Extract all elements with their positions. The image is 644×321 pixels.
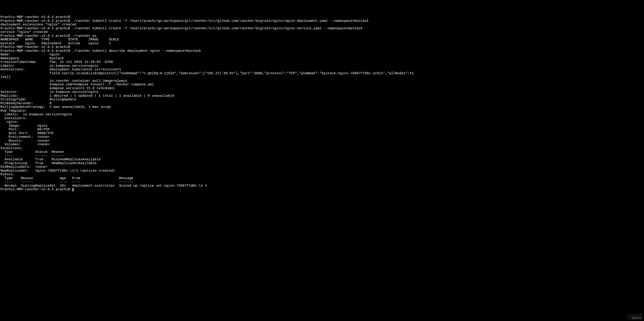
line: mystack nginx Deployment active nginx 1 [0,41,111,45]
line: Namespace: mystack [0,56,64,60]
line: service "nginx" created [0,30,48,34]
line: field.cattle.io/publicEndpoints=[{"nodeN… [0,71,414,75]
line: Prachis-MBP:rancher-v2.0.3 prachi$ ./ran… [0,19,368,23]
line: Volumes: <none> [0,143,50,146]
line: Containers: [0,116,27,120]
cursor-icon [72,188,74,191]
line: Replicas: 1 desired | 1 updated | 1 tota… [0,94,174,98]
line: NAMESPACE NAME TYPE STATE IMAGE SCALE [0,38,119,41]
line: deployment.extensions "nginx" created [0,23,76,26]
line: NewReplicaSet: nginx-7d587f7d6c (1/1 rep… [0,169,115,173]
line: Mounts: <none> [0,139,50,143]
line: nginx: [0,120,19,124]
line: Host Port: 9890/TCP [0,131,54,135]
line: Prachis-MBP:rancher-v2.0.3 prachi$ ./ran… [0,49,201,53]
line: MinReadySeconds: 0 [0,101,52,105]
line: Name: nginx [0,53,60,56]
line: Type Reason Age From Message [0,176,134,180]
line: Type Status Reason [0,150,64,154]
line: Normal ScalingReplicaSet 28s deployment-… [0,184,207,188]
line: Labels: io.kompose.service=nginx [0,113,72,116]
line: Port: 80/TCP [0,128,50,131]
line: Environment: <none> [0,135,50,139]
terminal-output[interactable]: Prachis-MBP:rancher-v2.0.3 prachi$ Prach… [0,15,644,192]
line: Prachis-MBP:rancher-v2.0.3 prachi$ ./ran… [0,26,362,30]
line: lse}] [0,75,11,79]
line: Conditions: [0,146,23,150]
line: Prachis-MBP:rancher-v2.0.3 prachi$ ./ran… [0,34,96,38]
line: Events: [0,173,15,176]
line: Annotations: deployment.kubernetes.io/re… [0,68,121,71]
line: ---- ------ ------ [0,154,64,158]
line: kompose.cmd=kompose convert -f ./docker-… [0,83,154,86]
line: Prachis-MBP:rancher-v2.0.3 prachi$ [0,45,70,49]
line: CreationTimestamp: Tue, 31 Jul 2018 12:2… [0,60,113,64]
line: Progressing True NewReplicaSetAvailable [0,161,96,165]
prompt: Prachis-MBP:rancher-v2.0.3 prachi$ [0,188,72,191]
line: ---- ------ ---- ---- ------- [0,180,134,184]
line: StrategyType: RollingUpdate [0,98,76,101]
line: Prachis-MBP:rancher-v2.0.3 prachi$ [0,15,70,19]
line: Available True MinimumReplicasAvailable [0,158,101,161]
line: Selector: io.kompose.service=nginx [0,90,98,94]
line: io.rancher.container.pull_image=always [0,79,127,83]
line: kompose.version=1.15.0 (e3cd4d4) [0,86,115,90]
line: OldReplicaSets: <none> [0,165,48,169]
line: Pod Template: [0,109,27,113]
line: Image: nginx [0,124,48,128]
line: Labels: io.kompose.service=nginx [0,64,98,68]
line: RollingUpdateStrategy: 1 max unavailable… [0,105,111,109]
